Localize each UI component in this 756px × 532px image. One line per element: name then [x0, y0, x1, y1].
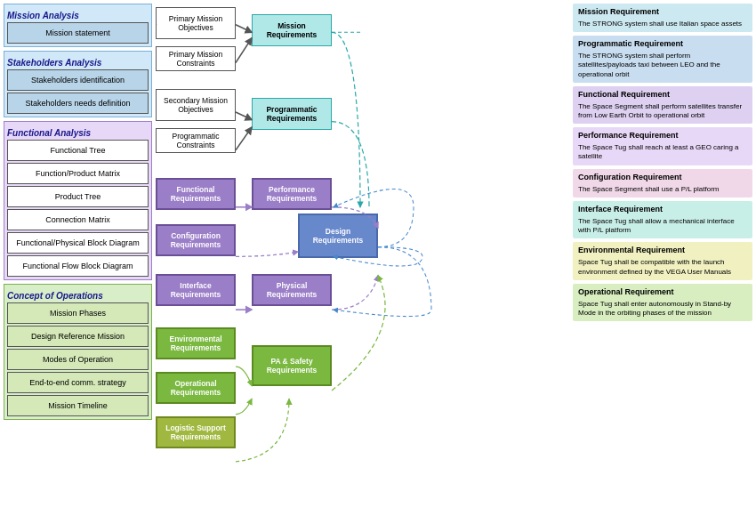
card-performance-req: Performance Requirement The Space Tug sh…	[573, 127, 752, 165]
section-concept-ops: Concept of Operations Mission Phases Des…	[4, 284, 152, 420]
box-config-req[interactable]: Configuration Requirements	[156, 224, 236, 256]
svg-line-4	[236, 127, 252, 150]
card-text-programmatic-req: The STRONG system shall perform satellit…	[578, 52, 747, 79]
card-title-programmatic-req: Programmatic Requirement	[578, 39, 747, 50]
svg-line-3	[236, 112, 252, 120]
section-functional: Functional Analysis Functional Tree Func…	[4, 121, 152, 280]
box-func-req[interactable]: Functional Requirements	[156, 178, 236, 210]
section-label-sa: Stakeholders Analysis	[7, 58, 149, 68]
card-ops-req: Operational Requirement Space Tug shall …	[573, 284, 752, 321]
box-env-req[interactable]: Environmental Requirements	[156, 327, 236, 359]
left-item-product-tree[interactable]: Product Tree	[7, 186, 149, 207]
left-item-design-ref[interactable]: Design Reference Mission	[7, 326, 149, 347]
left-panel: Mission Analysis Mission statement Stake…	[0, 0, 156, 532]
box-log-req[interactable]: Logistic Support Requirements	[156, 416, 236, 448]
card-title-mission-req: Mission Requirement	[578, 7, 747, 18]
card-mission-req: Mission Requirement The STRONG system sh…	[573, 4, 752, 32]
left-item-ffbd[interactable]: Functional Flow Block Diagram	[7, 255, 149, 277]
svg-line-1	[236, 25, 252, 33]
box-mr[interactable]: Mission Requirements	[252, 14, 332, 46]
box-pgr[interactable]: Programmatic Requirements	[252, 98, 332, 130]
card-programmatic-req: Programmatic Requirement The STRONG syst…	[573, 36, 752, 83]
left-item-stakeholders-needs[interactable]: Stakeholders needs definition	[7, 93, 149, 114]
card-text-performance-req: The Space Tug shall reach at least a GEO…	[578, 143, 747, 162]
svg-line-2	[236, 38, 252, 63]
left-item-mission-statement[interactable]: Mission statement	[7, 22, 149, 44]
card-text-mission-req: The STRONG system shall use Italian spac…	[578, 20, 747, 28]
left-item-function-product-matrix[interactable]: Function/Product Matrix	[7, 163, 149, 184]
box-phys-req[interactable]: Physical Requirements	[252, 274, 332, 306]
card-text-ops-req: Space Tug shall enter autonomously in St…	[578, 300, 747, 318]
left-item-modes-op[interactable]: Modes of Operation	[7, 349, 149, 370]
box-pmo[interactable]: Primary Mission Objectives	[156, 7, 236, 39]
card-env-req: Environmental Requirement Space Tug shal…	[573, 242, 752, 279]
card-text-functional-req: The Space Segment shall perform satellit…	[578, 102, 747, 121]
card-title-interface-req: Interface Requirement	[578, 205, 747, 215]
left-item-end-to-end[interactable]: End-to-end comm. strategy	[7, 372, 149, 393]
box-iface-req[interactable]: Interface Requirements	[156, 274, 236, 306]
card-title-ops-req: Operational Requirement	[578, 287, 747, 298]
card-text-interface-req: The Space Tug shall allow a mechanical i…	[578, 217, 747, 236]
box-pa-req[interactable]: PA & Safety Requirements	[252, 345, 332, 386]
box-ops-req[interactable]: Operational Requirements	[156, 372, 236, 404]
box-pmc[interactable]: Primary Mission Constraints	[156, 46, 236, 71]
card-title-config-req: Configuration Requirement	[578, 173, 747, 183]
left-item-connection-matrix[interactable]: Connection Matrix	[7, 209, 149, 230]
section-mission-analysis: Mission Analysis Mission statement	[4, 4, 152, 47]
box-design-req[interactable]: Design Requirements	[298, 214, 378, 258]
card-config-req: Configuration Requirement The Space Segm…	[573, 169, 752, 197]
box-smo[interactable]: Secondary Mission Objectives	[156, 89, 236, 121]
card-title-performance-req: Performance Requirement	[578, 131, 747, 141]
left-item-mission-phases[interactable]: Mission Phases	[7, 302, 149, 324]
section-label-ma: Mission Analysis	[7, 11, 149, 20]
card-text-config-req: The Space Segment shall use a P/L platfo…	[578, 185, 747, 194]
left-item-mission-timeline[interactable]: Mission Timeline	[7, 395, 149, 416]
center-panel: Primary Mission Objectives Primary Missi…	[156, 0, 569, 532]
card-title-env-req: Environmental Requirement	[578, 246, 747, 256]
card-functional-req: Functional Requirement The Space Segment…	[573, 86, 752, 124]
box-perf-req[interactable]: Performance Requirements	[252, 178, 332, 210]
box-pc[interactable]: Programmatic Constraints	[156, 128, 236, 153]
section-stakeholders: Stakeholders Analysis Stakeholders ident…	[4, 51, 152, 117]
section-label-fa: Functional Analysis	[7, 128, 149, 138]
card-title-functional-req: Functional Requirement	[578, 90, 747, 101]
right-panel: Mission Requirement The STRONG system sh…	[569, 0, 756, 532]
arrows-diagram	[156, 0, 569, 532]
section-label-co: Concept of Operations	[7, 291, 149, 301]
left-item-stakeholders-id[interactable]: Stakeholders identification	[7, 69, 149, 91]
card-text-env-req: Space Tug shall be compatible with the l…	[578, 258, 747, 277]
left-item-fpbd[interactable]: Functional/Physical Block Diagram	[7, 232, 149, 254]
card-interface-req: Interface Requirement The Space Tug shal…	[573, 201, 752, 238]
left-item-functional-tree[interactable]: Functional Tree	[7, 140, 149, 161]
